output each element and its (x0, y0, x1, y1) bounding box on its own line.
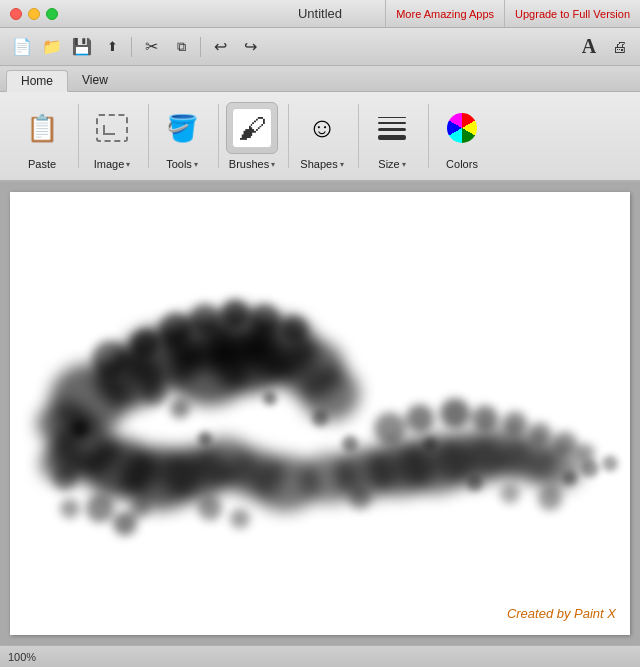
paste-icon: 📋 (26, 113, 58, 144)
svg-point-48 (130, 499, 150, 519)
svg-point-14 (221, 300, 249, 328)
copy-icon: ⧉ (177, 39, 186, 55)
brushes-label: Brushes (229, 158, 269, 170)
copy-button[interactable]: ⧉ (167, 33, 195, 61)
share-button[interactable]: ⬆ (98, 33, 126, 61)
tools-button[interactable]: 🪣 (156, 102, 208, 154)
ribbon-group-image: Image ▾ (78, 96, 146, 176)
svg-point-17 (143, 382, 167, 406)
svg-point-40 (553, 432, 577, 456)
upgrade-button[interactable]: Upgrade to Full Version (504, 0, 640, 27)
window-controls (0, 8, 58, 20)
tools-chevron-icon: ▾ (194, 160, 198, 169)
tools-icon: 🪣 (166, 113, 198, 144)
tools-label-row[interactable]: Tools ▾ (166, 158, 198, 170)
scissors-icon: ✂ (145, 37, 158, 56)
more-apps-button[interactable]: More Amazing Apps (385, 0, 504, 27)
canvas[interactable]: Created by Paint X (10, 192, 630, 635)
redo-button[interactable]: ↪ (236, 33, 264, 61)
tab-view[interactable]: View (68, 69, 122, 91)
svg-point-46 (198, 497, 222, 521)
svg-point-34 (374, 413, 406, 445)
shapes-label: Shapes (300, 158, 337, 170)
statusbar: 100% (0, 645, 640, 667)
save-icon: 💾 (72, 37, 92, 56)
svg-point-55 (263, 392, 277, 406)
ribbon-group-size: Size ▾ (358, 96, 426, 176)
created-by-text: Created by Paint X (507, 606, 616, 621)
brushes-button[interactable]: 🖌 (226, 102, 278, 154)
paste-label-row[interactable]: Paste (28, 158, 56, 170)
close-button[interactable] (10, 8, 22, 20)
tools-label: Tools (166, 158, 192, 170)
size-label: Size (378, 158, 399, 170)
size-label-row[interactable]: Size ▾ (378, 158, 405, 170)
open-button[interactable]: 📁 (38, 33, 66, 61)
undo-button[interactable]: ↩ (206, 33, 234, 61)
svg-point-62 (37, 402, 93, 446)
image-chevron-icon: ▾ (126, 160, 130, 169)
image-button[interactable] (86, 102, 138, 154)
new-icon: 📄 (12, 37, 32, 56)
main-area: Created by Paint X (0, 182, 640, 645)
colors-button[interactable] (436, 102, 488, 154)
brushes-label-row[interactable]: Brushes ▾ (229, 158, 275, 170)
paste-button[interactable]: 📋 (16, 102, 68, 154)
ribbon-tabs: Home View (0, 66, 640, 92)
ribbon-group-paste: 📋 Paste (8, 96, 76, 176)
svg-text:🖌: 🖌 (238, 113, 266, 144)
svg-point-12 (159, 313, 191, 345)
maximize-button[interactable] (46, 8, 58, 20)
svg-point-56 (342, 436, 358, 452)
svg-point-33 (527, 447, 583, 491)
minimize-button[interactable] (28, 8, 40, 20)
brushes-icon: 🖌 (232, 108, 272, 148)
share-icon: ⬆ (107, 39, 118, 54)
svg-point-51 (538, 487, 562, 511)
shapes-icon: ☺ (308, 112, 337, 144)
svg-point-50 (500, 484, 520, 504)
colors-label: Colors (446, 158, 478, 170)
svg-point-15 (250, 304, 280, 334)
paste-label: Paste (28, 158, 56, 170)
svg-point-16 (282, 316, 308, 342)
canvas-wrapper: Created by Paint X (0, 182, 640, 645)
image-label: Image (94, 158, 125, 170)
titlebar: Untitled More Amazing Apps Upgrade to Fu… (0, 0, 640, 28)
svg-point-10 (92, 341, 128, 377)
svg-point-63 (40, 444, 90, 484)
svg-point-61 (602, 456, 618, 472)
svg-point-45 (60, 499, 80, 519)
shapes-label-row[interactable]: Shapes ▾ (300, 158, 343, 170)
save-button[interactable]: 💾 (68, 33, 96, 61)
svg-point-13 (190, 304, 220, 334)
size-button[interactable] (366, 102, 418, 154)
colors-icon (447, 113, 477, 143)
svg-point-36 (440, 399, 470, 429)
svg-point-57 (423, 437, 437, 451)
undo-icon: ↩ (214, 37, 227, 56)
svg-point-38 (503, 412, 527, 436)
new-button[interactable]: 📄 (8, 33, 36, 61)
svg-point-35 (406, 405, 434, 433)
open-icon: 📁 (42, 37, 62, 56)
font-button[interactable]: A (576, 34, 602, 60)
ribbon-group-colors: Colors (428, 96, 496, 176)
svg-point-65 (212, 334, 288, 394)
svg-point-54 (312, 411, 328, 427)
svg-point-39 (529, 423, 551, 445)
toolbar: 📄 📁 💾 ⬆ ✂ ⧉ ↩ ↪ A 🖨 (0, 28, 640, 66)
svg-point-58 (467, 476, 483, 492)
svg-point-49 (349, 488, 371, 510)
colors-label-row[interactable]: Colors (446, 158, 478, 170)
print-button[interactable]: 🖨 (606, 34, 632, 60)
ribbon-group-tools: 🪣 Tools ▾ (148, 96, 216, 176)
window-title: Untitled (298, 6, 342, 21)
toolbar-right: A 🖨 (576, 34, 632, 60)
image-label-row[interactable]: Image ▾ (94, 158, 131, 170)
tab-home[interactable]: Home (6, 70, 68, 92)
svg-point-11 (131, 330, 159, 358)
size-icon (374, 113, 410, 144)
shapes-button[interactable]: ☺ (296, 102, 348, 154)
cut-button[interactable]: ✂ (137, 33, 165, 61)
